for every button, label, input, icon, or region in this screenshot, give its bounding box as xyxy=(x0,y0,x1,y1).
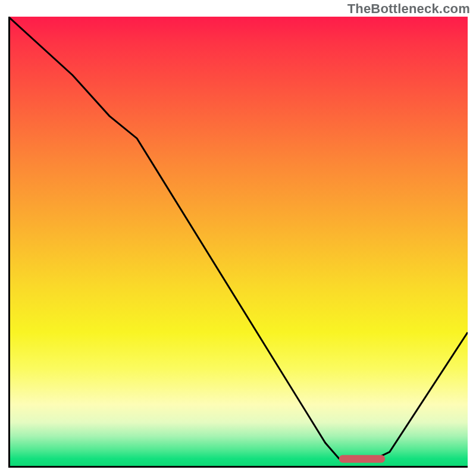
bottleneck-curve xyxy=(8,17,468,459)
chart-container: TheBottleneck.com xyxy=(0,0,476,476)
curve-layer xyxy=(8,17,468,468)
watermark-text: TheBottleneck.com xyxy=(347,1,470,17)
plot-area xyxy=(8,17,468,468)
optimal-zone-marker xyxy=(339,455,385,463)
